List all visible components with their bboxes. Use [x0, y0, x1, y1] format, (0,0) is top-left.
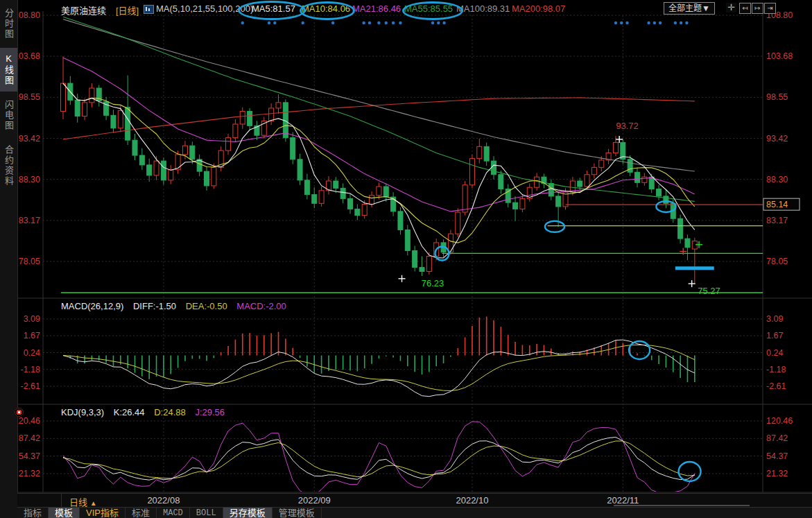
annotation-circle — [629, 341, 650, 359]
candle-body — [383, 187, 388, 197]
candle-body — [499, 175, 503, 189]
candle-body — [111, 115, 116, 128]
macd-axis-label-left: 3.09 — [24, 314, 40, 324]
macd-macd-value: MACD:-2.00 — [236, 301, 286, 311]
ma21-value: MA21:86.46 — [352, 3, 401, 14]
date-label: 2022/09 — [298, 495, 331, 506]
candle-body — [664, 196, 668, 203]
candle-body — [169, 170, 173, 180]
period-tag[interactable]: [日线] — [116, 3, 139, 17]
macd-diff-value: DIFF:-1.50 — [133, 301, 176, 311]
tab-boll[interactable]: BOLL — [190, 508, 223, 518]
kdj-axis-label-right: 87.42 — [766, 433, 788, 443]
signal-dot — [377, 21, 380, 24]
macd-axis-label-right: 0.24 — [766, 348, 783, 358]
candle-body — [348, 198, 353, 209]
candle-body — [276, 103, 281, 108]
candle-body — [362, 204, 367, 215]
price-annotation-text: 75.27 — [698, 286, 720, 296]
candle-body — [139, 155, 144, 165]
candle-body — [513, 202, 518, 209]
kdj-axis-label-left: 87.42 — [19, 433, 40, 443]
sidebar-item-time-sharing[interactable]: 分时图 — [0, 3, 17, 45]
candle-body — [334, 181, 338, 188]
kdj-k-value: K:26.44 — [114, 407, 145, 417]
ma55-value: MA55:85.55 — [404, 3, 453, 14]
tab-standard[interactable]: 标准 — [126, 508, 157, 518]
candle-body — [613, 143, 618, 153]
candle-body — [370, 196, 374, 205]
date-label: 2022/10 — [456, 495, 488, 506]
tab-vip-indicators[interactable]: VIP指标 — [80, 508, 126, 518]
candles-layer — [61, 56, 698, 284]
chart-header: 美原油连续 [日线] MA(5,10,21,55,100,200) MA5:81… — [17, 0, 812, 18]
price-axis-label-left: 83.17 — [19, 216, 40, 225]
shift-right-icon[interactable]: ⇥ — [764, 3, 776, 14]
candle-body — [226, 138, 231, 150]
macd-axis-label-left: -2.61 — [21, 381, 41, 391]
signal-dot — [647, 21, 650, 24]
candle-body — [448, 234, 453, 252]
j-line — [63, 422, 695, 494]
ma-line — [63, 19, 695, 171]
tab-save-template[interactable]: 另存模板 — [223, 508, 273, 518]
date-axis-row: 日线 ▲ 2022/082022/092022/102022/11 — [17, 493, 812, 508]
candle-body — [426, 257, 431, 272]
candle-body — [463, 185, 467, 212]
signal-dot — [674, 21, 677, 24]
candle-body — [413, 250, 417, 267]
candle-body — [599, 160, 604, 167]
ma5-value: MA5:81.57 — [252, 3, 295, 14]
indicator-tab-bar: 指标 模板 VIP指标 标准 MACD BOLL 另存模板 管理模板 — [17, 507, 812, 518]
signal-dot — [268, 21, 270, 24]
candle-body — [83, 103, 87, 116]
candle-body — [456, 212, 460, 234]
price-axis-label-left: 93.42 — [19, 134, 40, 144]
signal-dot — [241, 21, 244, 24]
signal-dot — [614, 21, 617, 24]
candle-body — [556, 196, 561, 207]
tab-manage-templates[interactable]: 管理模板 — [273, 508, 322, 518]
indicator-icon[interactable] — [144, 5, 154, 14]
candle-body — [190, 146, 195, 159]
macd-axis-label-right: 1.67 — [766, 331, 783, 340]
candle-body — [182, 146, 187, 155]
candle-body — [291, 138, 295, 159]
signal-dot — [399, 21, 401, 24]
kdj-axis-label-right: 54.37 — [766, 451, 788, 461]
symbol-name: 美原油连续 — [61, 3, 106, 17]
signal-dot — [685, 21, 688, 24]
candle-body — [635, 172, 640, 182]
candle-body — [492, 161, 496, 175]
sidebar-item-lightning[interactable]: 闪电图 — [0, 94, 17, 137]
candle-body — [591, 167, 596, 174]
kdj-title: KDJ(9,3,3) — [61, 407, 104, 417]
ma10-value: MA10:84.06 — [302, 3, 350, 14]
candle-body — [628, 159, 632, 172]
pan-icon[interactable]: ✛ — [726, 3, 736, 12]
ma-lines-layer — [63, 17, 695, 258]
sidebar-item-kline[interactable]: K线图 — [0, 48, 17, 92]
signal-dot — [392, 21, 395, 24]
signal-dot — [659, 21, 662, 24]
kdj-layer — [63, 422, 695, 494]
signal-dot — [273, 21, 276, 24]
candle-body — [405, 230, 410, 250]
theme-dropdown-button[interactable]: 全部主题▼ — [664, 2, 715, 15]
expand-kline-icon[interactable]: ↦ — [752, 3, 763, 14]
price-annotation-text: 93.72 — [616, 121, 639, 131]
macd-title: MACD(26,12,9) — [61, 301, 123, 311]
compress-kline-icon[interactable]: ↤ — [739, 3, 751, 14]
sidebar-item-contract-info[interactable]: 合约资料 — [0, 139, 17, 192]
tab-templates[interactable]: 模板 — [49, 508, 80, 518]
tab-macd[interactable]: MACD — [157, 508, 190, 518]
price-annotation-text: 76.23 — [422, 278, 444, 288]
candle-body — [132, 140, 137, 155]
candle-body — [233, 124, 238, 138]
main-chart[interactable]: 108.80108.80103.68103.6898.5598.5593.429… — [0, 0, 812, 494]
signal-dot — [368, 21, 371, 24]
tab-indicators[interactable]: 指标 — [17, 508, 49, 518]
indicator-settings-icon[interactable] — [15, 408, 24, 417]
candle-body — [340, 188, 345, 198]
candle-body — [477, 146, 482, 158]
